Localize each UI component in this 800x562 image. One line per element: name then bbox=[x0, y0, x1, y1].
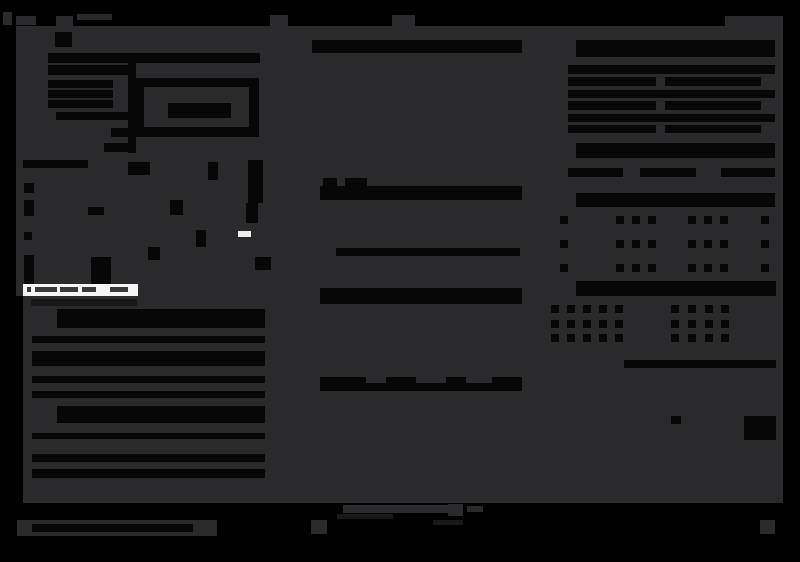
right-heading-bar-3 bbox=[576, 193, 775, 207]
left-field-mark-7 bbox=[91, 257, 111, 287]
strip-text-mark-4 bbox=[82, 287, 96, 292]
checkbox-grid-upper-r3-c7 bbox=[720, 264, 728, 272]
left-title-bar bbox=[48, 53, 260, 63]
footer-dash-middle bbox=[467, 506, 483, 512]
left-field-bar bbox=[23, 160, 88, 168]
left-address-line-1 bbox=[48, 65, 128, 75]
checkbox-grid-lower-r2-c3 bbox=[583, 320, 591, 328]
left-vertical-rule bbox=[128, 63, 136, 153]
section-1-line-4 bbox=[32, 391, 265, 398]
checkbox-grid-upper-r2-c2 bbox=[616, 240, 624, 248]
checkbox-grid-upper-r2-c3 bbox=[632, 240, 640, 248]
left-margin-gap bbox=[16, 296, 23, 503]
right-row-1-right bbox=[665, 77, 761, 86]
middle-bar-4 bbox=[320, 288, 522, 304]
right-heading-bar-2 bbox=[576, 143, 775, 158]
section-2-line-3 bbox=[32, 469, 265, 478]
middle-bar-5-notch-3 bbox=[466, 377, 492, 383]
left-margin-strip bbox=[24, 255, 34, 287]
section-2-line-1 bbox=[32, 433, 265, 439]
left-small-mark-1 bbox=[111, 128, 128, 137]
section-1-line-1 bbox=[32, 336, 265, 343]
left-address-line-3 bbox=[48, 90, 113, 98]
checkbox-grid-upper-r3-c5 bbox=[688, 264, 696, 272]
left-small-mark-2 bbox=[104, 143, 128, 152]
right-heading-bar-4 bbox=[576, 281, 776, 296]
checkbox-grid-lower-r3-c9 bbox=[721, 334, 729, 342]
checkbox-grid-lower-r1-c3 bbox=[583, 305, 591, 313]
middle-bar-3 bbox=[336, 248, 520, 256]
white-dash-mark bbox=[238, 231, 251, 237]
footer-square-right bbox=[760, 520, 775, 534]
checkbox-grid-lower-r2-c8 bbox=[705, 320, 713, 328]
left-field-mark-3 bbox=[248, 160, 263, 203]
strip-text-mark-5 bbox=[110, 287, 128, 292]
checkbox-grid-upper-r1-c5 bbox=[688, 216, 696, 224]
checkbox-grid-upper-r2-c5 bbox=[688, 240, 696, 248]
right-row-2-full bbox=[568, 90, 775, 98]
page-background bbox=[0, 0, 800, 562]
checkbox-grid-upper-r1-c3 bbox=[632, 216, 640, 224]
right-small-square bbox=[671, 416, 681, 424]
left-top-notch bbox=[55, 32, 72, 47]
section-1-heading-bar bbox=[57, 309, 265, 328]
header-mark-far-left bbox=[3, 12, 12, 25]
checkbox-grid-lower-r3-c8 bbox=[705, 334, 713, 342]
left-field-mark-6 bbox=[196, 230, 206, 247]
checkbox-grid-lower-r1-c1 bbox=[551, 305, 559, 313]
middle-bar-5-notch-2 bbox=[416, 377, 446, 383]
header-mark-3 bbox=[77, 14, 112, 20]
left-field-mark-2 bbox=[208, 162, 218, 180]
outlined-box-bar bbox=[168, 103, 231, 118]
checkbox-grid-lower-r1-c4 bbox=[599, 305, 607, 313]
footer-tab-middle bbox=[448, 504, 463, 516]
strip-text-mark-2 bbox=[35, 287, 57, 292]
checkbox-grid-upper-r3-c8 bbox=[761, 264, 769, 272]
section-2-line-2 bbox=[32, 454, 265, 462]
checkbox-grid-lower-r2-c7 bbox=[688, 320, 696, 328]
checkbox-grid-upper-r3-c1 bbox=[560, 264, 568, 272]
right-row-1-left bbox=[568, 77, 656, 86]
left-margin-square-1 bbox=[24, 183, 34, 193]
checkbox-grid-upper-r1-c1 bbox=[560, 216, 568, 224]
left-field-mark-4 bbox=[88, 207, 104, 215]
checkbox-grid-lower-r3-c2 bbox=[567, 334, 575, 342]
right-row-2-left bbox=[568, 101, 656, 110]
middle-bar-2 bbox=[320, 186, 522, 200]
left-margin-square-2 bbox=[24, 200, 34, 216]
footer-line-middle bbox=[343, 505, 457, 513]
checkbox-grid-lower-r1-c8 bbox=[705, 305, 713, 313]
right-row-2-right bbox=[665, 101, 761, 110]
header-mark-2 bbox=[56, 16, 73, 26]
right-triple-seg-3 bbox=[721, 168, 775, 177]
middle-bar-5-notch-1 bbox=[366, 377, 386, 383]
checkbox-grid-lower-r2-c1 bbox=[551, 320, 559, 328]
left-field-mark-5 bbox=[170, 200, 183, 215]
left-field-mark-10 bbox=[255, 257, 271, 270]
strip-text-mark-3 bbox=[60, 287, 78, 292]
left-field-mark-8 bbox=[148, 247, 160, 260]
right-row-3-left bbox=[568, 125, 656, 133]
checkbox-grid-upper-r1-c6 bbox=[704, 216, 712, 224]
right-heading-bar-1 bbox=[576, 40, 775, 57]
checkbox-grid-lower-r3-c6 bbox=[671, 334, 679, 342]
header-tab-middle-1 bbox=[270, 15, 288, 27]
checkbox-grid-lower-r3-c4 bbox=[599, 334, 607, 342]
right-triple-seg-2 bbox=[640, 168, 696, 177]
left-margin-square-3 bbox=[24, 232, 32, 240]
checkbox-grid-upper-r2-c4 bbox=[648, 240, 656, 248]
checkbox-grid-lower-r3-c1 bbox=[551, 334, 559, 342]
left-address-line-4 bbox=[48, 100, 113, 108]
right-row-3-right bbox=[665, 125, 761, 133]
checkbox-grid-upper-r2-c1 bbox=[560, 240, 568, 248]
right-row-3-full bbox=[568, 114, 775, 122]
checkbox-grid-upper-r3-c6 bbox=[704, 264, 712, 272]
footer-faint-mark-1 bbox=[337, 514, 393, 519]
left-address-line-5 bbox=[56, 112, 128, 120]
section-1-line-3 bbox=[32, 376, 265, 383]
checkbox-grid-upper-r2-c8 bbox=[761, 240, 769, 248]
checkbox-grid-upper-r1-c4 bbox=[648, 216, 656, 224]
checkbox-grid-lower-r3-c5 bbox=[615, 334, 623, 342]
checkbox-grid-lower-r1-c6 bbox=[671, 305, 679, 313]
checkbox-grid-lower-r2-c5 bbox=[615, 320, 623, 328]
